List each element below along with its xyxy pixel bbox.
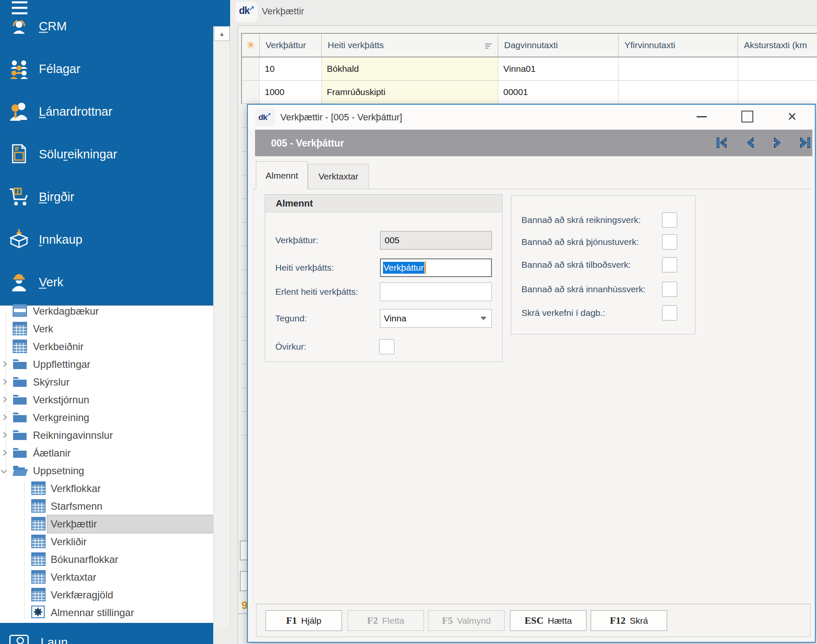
tree-item-verkdagbækur[interactable]: Verkdagbækur [0, 302, 213, 320]
option-checkbox-1[interactable] [662, 234, 677, 250]
row-selector[interactable] [242, 57, 260, 81]
tree-item-label: Almennar stillingar [51, 607, 134, 619]
tree-item-reikningavinnslur[interactable]: Reikningavinnslur [0, 427, 213, 444]
tree-item-skýrslur[interactable]: Skýrslur [0, 373, 213, 391]
heiti-label: Heiti verkþátts: [275, 263, 334, 273]
table-cell[interactable]: Vinna01 [498, 57, 619, 81]
selected-text: Verkþáttur [383, 262, 424, 274]
column-header-aksturstaxti-km[interactable]: Aksturstaxti (km [738, 34, 817, 57]
tree-item-uppflettingar[interactable]: Uppflettingar [0, 356, 213, 373]
column-header-dagvinnutaxti[interactable]: Dagvinnutaxti [498, 34, 619, 57]
option-checkbox-4[interactable] [662, 305, 677, 321]
sidebar-item-label: Verk [39, 275, 63, 289]
option-label: Bannað að skrá tilboðsverk: [521, 260, 631, 270]
option-checkbox-0[interactable] [662, 212, 677, 228]
sidebar-item-birgðir[interactable]: Birgðir [0, 183, 213, 210]
tegund-dropdown[interactable]: Vinna [380, 309, 492, 328]
hj-lp-button[interactable]: F1Hjálp [266, 610, 342, 631]
gear-icon [31, 606, 46, 620]
chevron-expanded-icon[interactable] [1, 467, 7, 473]
sort-icon [485, 42, 492, 49]
maximize-button[interactable] [738, 105, 757, 128]
table-cell[interactable]: 1000 [260, 81, 322, 104]
column-header-yfirvinnutaxti[interactable]: Yfirvinnutaxti [619, 34, 738, 57]
tree-item-verkstjórnun[interactable]: Verkstjórnun [0, 391, 213, 409]
minimize-button[interactable] [692, 105, 711, 128]
option-checkbox-3[interactable] [662, 282, 677, 297]
dialog-titlebar[interactable]: dk↗ Verkþættir - [005 - Verkþáttur] × [248, 105, 815, 130]
dk-logo-icon: dk↗ [239, 5, 255, 16]
sidebar-item-lánardrottnar[interactable]: Lánardrottnar [0, 98, 213, 125]
nav-previous-icon[interactable] [742, 134, 759, 151]
creditors-icon [8, 101, 30, 122]
chevron-collapsed-icon[interactable] [1, 361, 7, 367]
tree-scrollbar[interactable]: ▲ [213, 26, 230, 629]
column-header-heiti-verk-tts[interactable]: Heiti verkþátts [322, 34, 498, 57]
sidebar-item-label: Birgðir [39, 190, 74, 204]
table-cell[interactable]: Bókhald [322, 57, 498, 81]
chevron-collapsed-icon[interactable] [1, 397, 7, 402]
tree-item-verk[interactable]: Verk [0, 320, 213, 338]
table-cell[interactable]: 00001 [498, 81, 619, 104]
tree-item-verkliðir[interactable]: Verkliðir [0, 533, 213, 551]
chevron-collapsed-icon[interactable] [1, 450, 7, 456]
tree-item-label: Verkgreining [33, 412, 89, 424]
chevron-collapsed-icon[interactable] [1, 379, 7, 385]
tree-item-bókunarflokkar[interactable]: Bókunarflokkar [0, 551, 213, 568]
table-cell[interactable] [619, 81, 738, 104]
tab-verktaxtar[interactable]: Verktaxtar [308, 164, 369, 189]
chevron-collapsed-icon[interactable] [1, 432, 7, 438]
tree-item-label: Starfsmenn [51, 500, 103, 512]
row-selector[interactable] [242, 81, 260, 104]
chevron-collapsed-icon[interactable] [1, 414, 7, 420]
column-header-row-selector[interactable]: ✳ [242, 34, 260, 57]
close-icon[interactable]: × [782, 105, 802, 128]
column-header-verk-ttur[interactable]: Verkþáttur [260, 34, 322, 57]
nav-next-icon[interactable] [769, 134, 786, 151]
tree-item-label: Verkstjórnun [33, 394, 89, 406]
tree-item-verktaxtar[interactable]: Verktaxtar [0, 568, 213, 586]
scroll-up-button[interactable]: ▲ [214, 26, 230, 41]
tree-item-label: Verkfæragjöld [51, 589, 113, 601]
table-cell[interactable] [738, 81, 817, 104]
erlent-heiti-label: Erlent heiti verkþátts: [275, 287, 358, 297]
purchasing-box-icon [8, 228, 30, 250]
tree-item-verkfæragjöld[interactable]: Verkfæragjöld [0, 586, 213, 604]
h-tta-button[interactable]: ESCHætta [510, 610, 586, 631]
tree-item-label: Uppsetning [33, 465, 84, 477]
tree-item-label: Verkliðir [51, 536, 87, 548]
tab-almennt[interactable]: Almennt [256, 161, 308, 189]
tree-item-starfsmenn[interactable]: Starfsmenn [0, 497, 213, 515]
tree-item-verkgreining[interactable]: Verkgreining [0, 409, 213, 427]
grid-icon [31, 481, 46, 496]
tree-item-verkbeiðnir[interactable]: Verkbeiðnir [0, 338, 213, 356]
tree-item-uppsetning[interactable]: Uppsetning [0, 462, 213, 480]
sidebar-item-félagar[interactable]: Félagar [0, 55, 213, 82]
tree-item-verkflokkar[interactable]: Verkflokkar [0, 480, 213, 497]
nav-last-icon[interactable] [795, 134, 812, 151]
valmynd-button: F5Valmynd [428, 610, 505, 631]
sidebar-item-verk[interactable]: Verk [0, 269, 213, 296]
table-cell[interactable]: 10 [260, 57, 322, 81]
window-tab[interactable]: dk↗ [236, 2, 258, 22]
groupbox-header: Almennt [265, 195, 502, 212]
erlent-heiti-field[interactable] [380, 283, 492, 301]
table-cell[interactable]: Framrúðuskipti [322, 81, 498, 104]
tree-item-áætlanir[interactable]: Áætlanir [0, 444, 213, 462]
tree-item-almennar-stillingar[interactable]: Almennar stillingar [0, 604, 213, 622]
sidebar-item-crm[interactable]: CRM [0, 13, 213, 40]
grid-icon [31, 499, 46, 514]
sidebar-footer[interactable]: Laun [0, 623, 213, 644]
shortcut-key: F2 [367, 615, 378, 626]
ovirkur-checkbox[interactable] [379, 339, 394, 354]
sidebar-item-innkaup[interactable]: Innkaup [0, 226, 213, 253]
option-checkbox-2[interactable] [662, 257, 677, 272]
heiti-field[interactable]: Verkþáttur [380, 258, 492, 277]
nav-first-icon[interactable] [715, 134, 732, 151]
sidebar-item-sölureikningar[interactable]: Sölureikningar [0, 141, 213, 168]
sidebar-item-laun[interactable]: Laun [41, 636, 68, 644]
table-cell[interactable] [619, 57, 738, 81]
skr--button[interactable]: F12Skrá [591, 610, 667, 631]
table-cell[interactable] [738, 57, 817, 81]
tree-item-verkþættir[interactable]: Verkþættir [0, 515, 213, 533]
